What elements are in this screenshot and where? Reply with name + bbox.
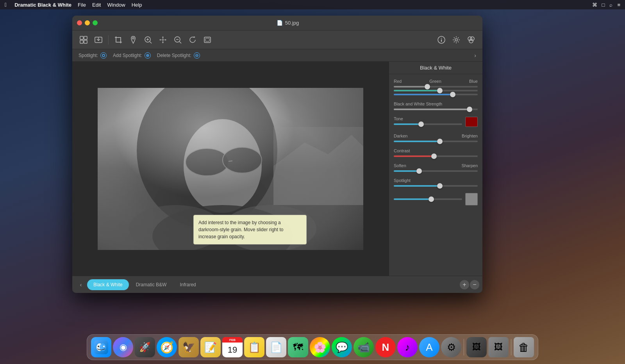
effects-button[interactable] <box>464 33 478 46</box>
menubar-edit[interactable]: Edit <box>92 2 101 8</box>
menubar-icon-search[interactable]: ⌕ <box>609 2 612 8</box>
tone-color-box[interactable] <box>465 117 478 127</box>
dock: ◉ 🚀 🧭 🦅 📝 FEB 19 📋 📄 🗺 🌸 💬 <box>87 334 538 360</box>
toolbar-separator <box>108 35 109 45</box>
svg-rect-6 <box>116 37 121 42</box>
spotlight-track <box>394 185 478 187</box>
dock-keka[interactable]: 🦅 <box>179 337 199 357</box>
contrast-track <box>394 155 478 157</box>
dock-recent-1[interactable]: 🖼 <box>466 337 487 357</box>
panel-title: Black & White <box>389 62 482 74</box>
spotlight-slider-label: Spotlight <box>394 178 411 183</box>
tab-dramatic-bw[interactable]: Dramatic B&W <box>130 279 173 290</box>
red-slider-thumb[interactable] <box>425 84 430 89</box>
svg-rect-0 <box>80 36 83 39</box>
green-slider-track <box>394 90 478 91</box>
darken-thumb[interactable] <box>437 139 443 144</box>
rotate-button[interactable] <box>186 33 199 46</box>
dock-finder[interactable] <box>91 337 111 357</box>
menubar-app-name[interactable]: Dramatic Black & White <box>14 2 71 8</box>
traffic-lights <box>77 20 98 25</box>
menubar-icon-2[interactable]: □ <box>602 2 605 8</box>
minimize-button[interactable] <box>85 20 90 25</box>
red-slider-track <box>394 86 478 87</box>
blue-slider-thumb[interactable] <box>450 92 455 97</box>
tone-thumb[interactable] <box>418 121 424 127</box>
dock-notes[interactable]: 📝 <box>200 337 221 357</box>
menubar-file[interactable]: File <box>78 2 86 8</box>
dock-recent-2[interactable]: 🖼 <box>488 337 509 357</box>
contrast-label-row: Contrast <box>394 148 478 153</box>
delete-spotlight-label: Delete Spotlight: <box>157 53 191 58</box>
green-slider-thumb[interactable] <box>437 88 443 93</box>
apple-menu[interactable]:  <box>5 2 7 8</box>
tab-scroll-left[interactable]: ‹ <box>75 279 86 290</box>
svg-point-26 <box>102 54 105 57</box>
menubar-help[interactable]: Help <box>132 2 142 8</box>
fit-button[interactable] <box>201 33 214 46</box>
tooltip-text: Add interest to the image by choosing a … <box>198 220 283 239</box>
grain-thumb[interactable] <box>429 196 434 202</box>
green-label: Green <box>429 79 441 84</box>
dock-calendar[interactable]: FEB 19 <box>222 337 243 357</box>
dock-separator <box>464 339 464 355</box>
dock-textedit[interactable]: 📄 <box>266 337 286 357</box>
contrast-thumb[interactable] <box>431 153 437 159</box>
add-spotlight-icon[interactable] <box>145 52 151 59</box>
toolbar <box>72 30 482 49</box>
soften-thumb[interactable] <box>416 168 422 174</box>
dock-news[interactable]: N <box>375 337 396 357</box>
crop-button[interactable] <box>112 33 125 46</box>
svg-rect-3 <box>84 40 87 43</box>
dock-photos[interactable]: 🌸 <box>310 337 330 357</box>
menubar-window[interactable]: Window <box>107 2 125 8</box>
dock-safari[interactable]: 🧭 <box>157 337 177 357</box>
import-button[interactable] <box>92 33 105 46</box>
dock-siri[interactable]: ◉ <box>113 337 133 357</box>
contrast-label: Contrast <box>394 148 410 153</box>
spotlight-bar-right[interactable]: › <box>474 52 476 59</box>
maximize-button[interactable] <box>93 20 98 25</box>
soften-sharpen-labels: Soften Sharpen <box>394 163 478 168</box>
dock-stickies[interactable]: 📋 <box>244 337 264 357</box>
app-window: 📄 50.jpg <box>72 16 482 293</box>
remove-tab-button[interactable]: − <box>470 280 479 289</box>
grain-row <box>394 193 478 205</box>
grain-color-box[interactable] <box>465 193 478 205</box>
add-tab-button[interactable]: + <box>460 280 469 289</box>
contrast-fill <box>394 155 434 157</box>
tone-label: Tone <box>394 116 403 121</box>
dock-maps[interactable]: 🗺 <box>288 337 308 357</box>
window-title: 📄 50.jpg <box>98 20 478 26</box>
add-spotlight-label: Add Spotlight: <box>113 53 142 58</box>
move-button[interactable] <box>156 33 170 46</box>
dock-rocket-typist[interactable]: 🚀 <box>135 337 155 357</box>
bw-strength-label-row: Black and White Strength <box>394 102 478 106</box>
spotlight-thumb[interactable] <box>437 183 443 189</box>
pin-button[interactable] <box>127 33 140 46</box>
spotlight-icon[interactable] <box>100 52 107 59</box>
svg-rect-1 <box>84 36 87 39</box>
menubar-icon-1[interactable]: ⌘ <box>592 2 597 8</box>
close-button[interactable] <box>77 20 82 25</box>
zoom-out-button[interactable] <box>171 33 184 46</box>
zoom-in-button[interactable] <box>141 33 155 46</box>
gallery-view-button[interactable] <box>77 33 90 46</box>
toolbar-right-buttons <box>435 33 478 46</box>
bw-strength-thumb[interactable] <box>467 107 472 112</box>
dock-trash[interactable]: 🗑 <box>514 337 534 357</box>
tab-black-white[interactable]: Black & White <box>87 279 129 290</box>
delete-spotlight-icon[interactable] <box>194 52 200 59</box>
svg-point-7 <box>132 37 134 39</box>
info-button[interactable] <box>435 33 448 46</box>
dock-messages[interactable]: 💬 <box>332 337 352 357</box>
dock-facetime[interactable]: 📹 <box>354 337 374 357</box>
tab-infrared[interactable]: Infrared <box>173 279 202 290</box>
svg-point-45 <box>103 346 105 347</box>
menubar-icon-menu[interactable]: ≡ <box>617 2 620 8</box>
dock-music[interactable]: ♪ <box>397 337 418 357</box>
settings-button[interactable] <box>450 33 463 46</box>
dock-system-preferences[interactable]: ⚙ <box>441 337 461 357</box>
tone-row: Tone <box>394 116 478 127</box>
dock-appstore[interactable]: A <box>419 337 439 357</box>
